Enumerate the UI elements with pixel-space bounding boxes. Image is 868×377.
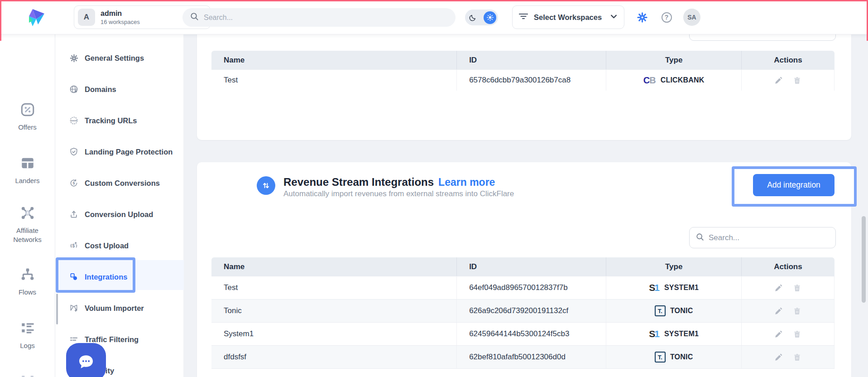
workspace-avatar: A — [78, 9, 95, 26]
filter-icon — [519, 13, 528, 22]
rail-item-flows[interactable]: Flows — [0, 266, 55, 297]
tonic-logo: T. — [655, 352, 666, 362]
table-row: System1 62459644144b5300124f5cb3 S1 SYST… — [211, 322, 834, 345]
card2-search[interactable] — [689, 227, 836, 248]
settings-gear-icon[interactable] — [636, 11, 648, 24]
delete-icon[interactable] — [793, 353, 801, 362]
delete-icon[interactable] — [793, 307, 801, 315]
edit-icon[interactable] — [774, 353, 783, 362]
system1-logo: S1 — [649, 282, 660, 293]
icon-rail: Offers Landers Affiliate Networks — [0, 34, 55, 377]
user-avatar[interactable]: SA — [683, 9, 700, 26]
sidebar-item-cost-upload[interactable]: $ Cost Upload — [55, 236, 184, 255]
edit-icon[interactable] — [774, 307, 783, 315]
global-search[interactable] — [182, 8, 456, 27]
partial-row — [211, 368, 834, 373]
rail-item-tag-manager[interactable]: Tag Manager — [0, 373, 55, 377]
viewport-edge-line — [0, 0, 1, 41]
settings-sidebar: General Settings Domains www Tracking UR… — [55, 34, 183, 377]
dollar-refresh-icon: $ — [69, 178, 79, 188]
search-icon — [696, 233, 704, 243]
global-search-input[interactable] — [204, 14, 439, 22]
topbar: A admin 16 workspaces — [0, 0, 868, 34]
card2-subtitle: Automatically import revenues from exter… — [283, 189, 514, 198]
moon-icon[interactable] — [467, 12, 479, 24]
tag-manager-icon — [0, 373, 55, 377]
system1-logo: S1 — [649, 329, 660, 339]
table-row: dfdsfsf 62bef810afafb50012306d0d T. TONI… — [211, 345, 834, 368]
theme-toggle[interactable] — [465, 10, 498, 25]
clickflare-logo[interactable] — [26, 9, 44, 26]
help-icon[interactable]: ? — [660, 11, 673, 24]
chat-bubble-icon — [77, 353, 96, 371]
table-header-row: Name ID Type Actions — [211, 257, 834, 276]
sidebar-item-tracking-urls[interactable]: www Tracking URLs — [55, 111, 184, 130]
delete-icon[interactable] — [793, 284, 801, 292]
search-icon — [190, 12, 199, 23]
select-workspaces-label: Select Workspaces — [534, 13, 602, 22]
www-globe-icon: www — [69, 116, 79, 126]
globe-icon — [69, 84, 79, 94]
network-integrations-card: Name ID Type Actions Test 6578c6dcbb79a3… — [197, 18, 851, 140]
gear-icon — [69, 53, 79, 63]
learn-more-link[interactable]: Learn more — [438, 176, 495, 188]
edit-icon[interactable] — [774, 76, 783, 85]
table-row: Test 64ef049ad896570012837f7b S1 SYSTEM1 — [211, 276, 834, 299]
chat-widget-button[interactable] — [66, 343, 106, 377]
delete-icon[interactable] — [793, 330, 801, 338]
rail-item-logs[interactable]: Logs — [0, 320, 55, 350]
page-scrollbar-thumb[interactable] — [862, 216, 866, 303]
svg-text:www: www — [70, 119, 77, 122]
dollar-upload-icon: $ — [69, 241, 79, 251]
voluum-import-icon — [69, 303, 79, 313]
card1-table: Name ID Type Actions Test 6578c6dcbb79a3… — [211, 51, 834, 91]
workspace-name: admin — [101, 10, 122, 17]
card2-search-input[interactable] — [709, 233, 822, 242]
clickbank-logo: CB — [643, 75, 656, 86]
add-integration-button[interactable]: Add integration — [753, 174, 834, 196]
svg-text:$: $ — [72, 243, 75, 248]
sidebar-item-integrations[interactable]: Integrations — [55, 267, 184, 286]
edit-icon[interactable] — [774, 284, 783, 292]
revenue-stream-integrations-card: Revenue Stream IntegrationsLearn more Au… — [197, 162, 851, 377]
offers-icon — [0, 102, 55, 120]
tonic-logo: T. — [655, 305, 666, 316]
delete-icon[interactable] — [793, 76, 801, 85]
svg-text:$: $ — [73, 181, 75, 185]
table-row: Test 6578c6dcbb79a300126b7ca8 CB CLICKBA… — [211, 69, 834, 91]
sun-icon[interactable] — [484, 11, 496, 24]
viewport-edge-line — [0, 0, 868, 1]
sidebar-item-voluum-importer[interactable]: Voluum Importer — [55, 299, 184, 318]
rail-item-affiliate-networks[interactable]: Affiliate Networks — [0, 205, 55, 245]
table-row: Tonic 626a9c206d739200191132cf T. TONIC — [211, 299, 834, 322]
sidebar-item-custom-conversions[interactable]: $ Custom Conversions — [55, 174, 184, 193]
sidebar-item-domains[interactable]: Domains — [55, 80, 184, 99]
chevron-down-icon — [610, 13, 618, 22]
card2-title: Revenue Stream IntegrationsLearn more — [283, 176, 495, 188]
rail-item-offers[interactable]: Offers — [0, 102, 55, 132]
sidebar-scrollbar-thumb[interactable] — [56, 294, 58, 324]
upload-icon — [69, 209, 79, 219]
table-header-row: Name ID Type Actions — [211, 51, 834, 69]
sidebar-item-landing-page-protection[interactable]: Landing Page Protection — [55, 142, 184, 161]
edit-icon[interactable] — [774, 330, 783, 338]
logs-icon — [0, 320, 55, 338]
revenue-stream-icon — [257, 176, 275, 195]
shield-check-icon — [69, 147, 79, 157]
sidebar-item-conversion-upload[interactable]: Conversion Upload — [55, 205, 184, 224]
affiliate-networks-icon — [0, 205, 55, 223]
rail-item-landers[interactable]: Landers — [0, 155, 55, 185]
card2-table: Name ID Type Actions Test 64ef049ad89657… — [211, 257, 834, 373]
workspace-subtitle: 16 workspaces — [101, 19, 140, 26]
select-workspaces-dropdown[interactable]: Select Workspaces — [512, 5, 624, 29]
sidebar-item-general-settings[interactable]: General Settings — [55, 48, 184, 68]
landers-icon — [0, 155, 55, 173]
flows-icon — [0, 266, 55, 285]
integrations-icon — [69, 272, 79, 282]
